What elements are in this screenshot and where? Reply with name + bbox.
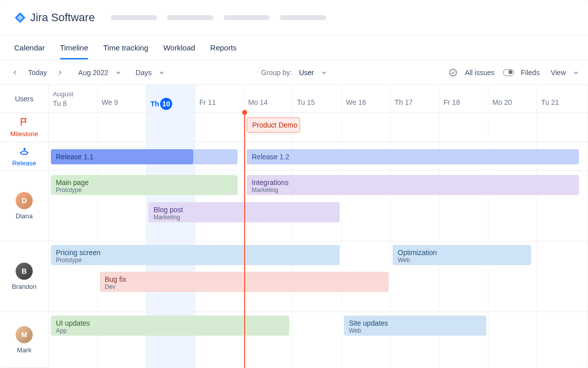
date-cell[interactable]: Tu 21: [537, 85, 588, 112]
view-select[interactable]: View: [548, 67, 569, 79]
all-issues-button[interactable]: All issues: [462, 67, 497, 79]
date-cell[interactable]: We 16: [342, 85, 391, 112]
date-day-label: Tu 8: [53, 99, 93, 108]
date-day-label: We 9: [102, 98, 142, 107]
date-cell[interactable]: AugustTu 8: [49, 85, 98, 112]
tab-calendar[interactable]: Calendar: [14, 36, 45, 59]
ship-icon: [19, 146, 29, 156]
bar-title: Optimization: [398, 249, 526, 257]
lane-label: Diana: [16, 212, 33, 220]
avatar: B: [16, 263, 33, 280]
tabs: Calendar Timeline Time tracking Workload…: [0, 35, 588, 60]
date-cell[interactable]: We 9: [98, 85, 146, 112]
date-cell[interactable]: Tu 15: [293, 85, 342, 112]
bar-integrations[interactable]: Integrations Marketing: [247, 175, 579, 195]
lane-label: Brandon: [12, 283, 36, 290]
date-day-label: Mo 14: [248, 98, 288, 107]
bar-ui-updates[interactable]: UI updates App: [51, 316, 289, 336]
bar-optimization[interactable]: Optimization Web: [393, 245, 531, 265]
bar-release-1-1[interactable]: Release 1.1: [51, 149, 193, 164]
fields-label[interactable]: Fileds: [518, 67, 543, 79]
today-indicator: [244, 113, 245, 368]
chevron-right-icon: [57, 70, 63, 76]
chevron-down-icon: [159, 70, 165, 76]
nav-placeholder: [111, 15, 326, 20]
bar-title: Product Demo: [252, 121, 295, 129]
next-button[interactable]: [54, 67, 66, 79]
bar-title: Release 1.2: [252, 153, 574, 161]
jira-icon: [14, 12, 26, 24]
date-cell[interactable]: Mo 20: [488, 85, 537, 112]
lane-label: Mark: [17, 346, 32, 354]
bar-title: Pricing screen: [56, 249, 335, 257]
flag-icon: [19, 117, 29, 127]
bar-subtitle: Marketing: [252, 187, 574, 194]
bar-subtitle: Prototype: [56, 187, 233, 194]
lane-release[interactable]: Release: [0, 142, 48, 171]
prev-button[interactable]: [9, 67, 21, 79]
tab-workload[interactable]: Workload: [163, 36, 195, 59]
side-header: Users: [0, 85, 48, 113]
date-day-label: Th10: [151, 98, 191, 110]
chevron-down-icon: [115, 70, 121, 76]
group-by-label: Group by:: [261, 69, 291, 77]
date-cell[interactable]: Th 17: [391, 85, 439, 112]
timeline-grid[interactable]: AugustTu 8We 9Th10Fr 11Mo 14Tu 15We 16Th…: [49, 85, 588, 368]
date-cell[interactable]: Fr 11: [195, 85, 244, 112]
timeline-side: Users Milestone Release D Diana B Brando…: [0, 85, 49, 368]
today-badge: 10: [160, 98, 172, 110]
svg-point-0: [450, 69, 457, 76]
topbar: Jira Software: [0, 0, 588, 35]
lane-user-brandon[interactable]: B Brandon: [0, 241, 48, 312]
bar-release-1-2[interactable]: Release 1.2: [247, 149, 579, 164]
lane-milestone[interactable]: Milestone: [0, 113, 48, 142]
nav-placeholder-item: [280, 15, 326, 20]
date-day-label: We 16: [346, 98, 386, 107]
fields-toggle[interactable]: [503, 69, 514, 76]
avatar: M: [16, 326, 33, 343]
bar-title: Release 1.1: [56, 153, 188, 161]
grid-lane-milestone: [49, 113, 588, 142]
chevron-down-icon: [573, 70, 579, 76]
date-header-row: AugustTu 8We 9Th10Fr 11Mo 14Tu 15We 16Th…: [49, 85, 588, 113]
chevron-down-icon: [321, 70, 327, 76]
tab-timeline[interactable]: Timeline: [60, 36, 88, 59]
date-cell[interactable]: Mo 14: [244, 85, 293, 112]
bar-subtitle: Web: [398, 257, 526, 264]
date-day-label: Mo 20: [492, 98, 533, 107]
today-button[interactable]: Today: [25, 67, 50, 79]
date-day-label: Tu 21: [541, 98, 583, 107]
bar-title: Integrations: [252, 178, 574, 187]
nav-placeholder-item: [167, 15, 213, 20]
date-cell[interactable]: Fr 18: [439, 85, 488, 112]
avatar: D: [16, 192, 33, 209]
bar-product-demo[interactable]: Product Demo: [247, 117, 300, 133]
brand-logo[interactable]: Jira Software: [14, 11, 95, 24]
nav-placeholder-item: [224, 15, 270, 20]
timeline: Users Milestone Release D Diana B Brando…: [0, 85, 588, 368]
date-day-label: Fr 18: [444, 98, 484, 107]
bar-subtitle: App: [56, 327, 284, 334]
bar-pricing-screen[interactable]: Pricing screen Prototype: [51, 245, 340, 265]
bar-title: UI updates: [56, 319, 284, 327]
lane-label: Milestone: [10, 130, 38, 138]
tab-reports[interactable]: Reports: [210, 36, 237, 59]
lane-user-mark[interactable]: M Mark: [0, 312, 48, 368]
date-day-label: Fr 11: [199, 98, 240, 107]
bar-site-updates[interactable]: Site updates Web: [344, 316, 486, 336]
bar-main-page[interactable]: Main page Prototype: [51, 175, 238, 195]
granularity-select[interactable]: Days: [132, 67, 155, 79]
lane-user-diana[interactable]: D Diana: [0, 171, 48, 241]
month-select[interactable]: Aug 2022: [75, 67, 111, 79]
bar-subtitle: Prototype: [56, 257, 335, 264]
side-header-label: Users: [15, 95, 34, 103]
bar-subtitle: Web: [349, 327, 481, 334]
tab-time-tracking[interactable]: Time tracking: [103, 36, 148, 59]
date-cell[interactable]: Th10: [146, 85, 195, 112]
lane-label: Release: [12, 159, 36, 167]
group-by-select[interactable]: User: [296, 67, 317, 79]
date-day-label: Tu 15: [297, 98, 337, 107]
date-day-label: Th 17: [395, 98, 435, 107]
bar-title: Site updates: [349, 319, 481, 327]
bar-release-1-1-progress: [193, 149, 238, 164]
